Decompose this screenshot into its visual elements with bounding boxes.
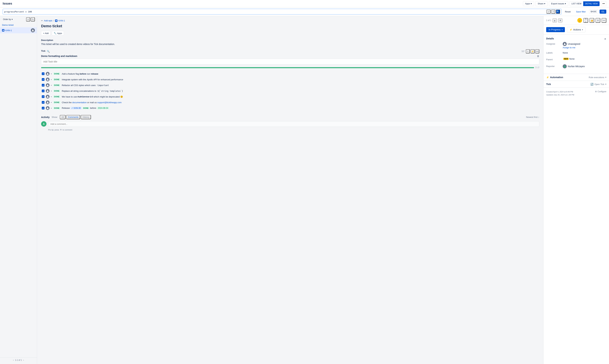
add-button[interactable]: + Add xyxy=(41,31,51,36)
comment-input[interactable] xyxy=(48,121,539,127)
apps-button[interactable]: Apps ▾ xyxy=(523,1,534,6)
activity-header: Activity Show: All Comments History Newe… xyxy=(41,115,539,119)
details-header: Details ▲ xyxy=(546,37,606,40)
more-checklist-btn[interactable]: ••• xyxy=(535,49,539,53)
checklist-chevron-4[interactable]: ▾ xyxy=(51,90,52,92)
checklist-item-4: ▾ DONE Replace all string concatenations… xyxy=(41,88,539,94)
order-by-button[interactable]: Order by ▾ xyxy=(2,17,14,21)
automation-sub: Rule executions xyxy=(589,76,604,79)
checklist-checkbox-3[interactable] xyxy=(42,84,44,87)
tick-search-icon[interactable]: 🔍 xyxy=(47,50,50,53)
done-badge-5: DONE xyxy=(53,95,60,98)
checklist-chevron-3[interactable]: ▾ xyxy=(51,84,52,86)
details-collapse-button[interactable]: ▲ xyxy=(604,37,606,40)
assignee-value-wrap: Unassigned Assign to me xyxy=(563,42,580,49)
checklist-item: ▾ DONE Add a feature flag before our rel… xyxy=(41,71,539,77)
apps-toolbar-button[interactable]: 🔧 Apps xyxy=(52,31,64,36)
search-filter-button[interactable]: 🔍 xyxy=(556,10,560,14)
detail-view-button[interactable]: DETAIL VIEW xyxy=(583,1,600,6)
assignee-label: Assignee xyxy=(546,42,561,45)
share-icon[interactable]: ⬆ xyxy=(596,18,600,23)
more-rp-button[interactable]: ••• xyxy=(602,18,606,23)
parent-value: None xyxy=(569,58,574,60)
checklist-avatar-5 xyxy=(46,95,50,99)
watch-icon[interactable]: 👁 1 xyxy=(583,18,588,23)
configure-button[interactable]: ⚙ Configure xyxy=(595,91,606,93)
more-options-button[interactable]: ••• xyxy=(601,1,606,6)
status-button[interactable]: In Progress ▾ xyxy=(546,27,565,32)
sidebar-item-kan1[interactable]: KAN-1 xyxy=(0,27,37,33)
checklist-checkbox-5[interactable] xyxy=(42,95,44,98)
tick-icon: 🔄 xyxy=(590,83,593,86)
activity-filter: All Comments History xyxy=(60,115,91,119)
delete-checklist-icon[interactable]: 🗑 xyxy=(537,55,539,57)
progress-bar-wrap xyxy=(41,67,534,68)
header-actions: Apps ▾ Share ▾ Export issues ▾ LIST VIEW… xyxy=(523,1,606,6)
list-view-button[interactable]: LIST VIEW xyxy=(569,1,583,6)
sidebar-next-button[interactable]: › xyxy=(23,359,24,361)
reporter-avatar xyxy=(563,64,567,68)
checklist-avatar-4 xyxy=(46,89,50,93)
assign-me-button[interactable]: Assign to me xyxy=(563,46,580,49)
kan1-icon xyxy=(2,29,4,31)
filter-comments-button[interactable]: Comments xyxy=(66,115,80,119)
checklist-checkbox-7[interactable] xyxy=(42,107,44,109)
nav-up-button[interactable]: ▲ xyxy=(553,19,557,22)
add-task-input[interactable] xyxy=(41,59,539,65)
filter-input[interactable] xyxy=(4,11,546,13)
right-panel-nav: 1 of 1 ▲ ▼ xyxy=(546,19,562,22)
sort-ascending-icon[interactable]: ≡ xyxy=(26,17,30,21)
nav-down-button[interactable]: ▼ xyxy=(558,19,562,22)
filter-history-button[interactable]: History xyxy=(81,115,91,119)
reset-button[interactable]: Reset xyxy=(563,10,573,14)
done-badge-3: DONE xyxy=(53,84,60,87)
breadcrumb-ticket[interactable]: KAN-1 xyxy=(58,19,65,22)
checklist-avatar-3 xyxy=(46,83,50,87)
gear-icon: ⚙ xyxy=(595,91,597,93)
sidebar-item-demo-ticket[interactable]: Demo ticket xyxy=(0,23,37,27)
checklist-checkbox-2[interactable] xyxy=(42,78,44,81)
thumbs-up-icon[interactable]: 👍 xyxy=(589,18,594,23)
detail-main: ✏ Add epic / KAN-1 Demo ticket + Add 🔧 A… xyxy=(37,16,543,364)
share-button[interactable]: Share ▾ xyxy=(535,1,547,6)
expand-filter-icon[interactable]: ⤢ xyxy=(546,10,551,14)
checklist-group-header: Demo formatting and markdown 🗑 xyxy=(41,55,539,57)
checklist-chevron-2[interactable]: ▾ xyxy=(51,79,52,80)
tick-rp-header[interactable]: Tick 🔄 Open Tick ▾ xyxy=(546,83,606,86)
sidebar-prev-button[interactable]: ‹ xyxy=(13,359,14,361)
basic-tag[interactable]: BASIC xyxy=(589,10,598,14)
actions-button[interactable]: ⚡ Actions ▾ xyxy=(567,27,585,32)
filter-checklist-btn[interactable]: ⚡ xyxy=(530,49,535,53)
parent-row: Parent NEW None xyxy=(546,58,606,62)
rp-meta: Created April 4, 2024 at 8:49 PM Updated… xyxy=(546,91,574,96)
reporter-value-wrap: Nurlan Mirzayev xyxy=(563,64,585,68)
checklist-chevron-5[interactable]: ▾ xyxy=(51,96,52,98)
breadcrumb-add-epic[interactable]: Add epic xyxy=(44,19,53,22)
assignee-row: Assignee Unassigned Assign to me xyxy=(546,42,606,49)
help-filter-icon[interactable]: ? xyxy=(551,10,555,14)
export-button[interactable]: Export issues ▾ xyxy=(549,1,568,6)
filter-all-button[interactable]: All xyxy=(60,115,66,119)
automation-section: ⚡ Automation Rule executions ▾ xyxy=(543,74,609,81)
pencil-icon: ✏ xyxy=(41,19,43,22)
checklist-checkbox-1[interactable] xyxy=(42,72,44,75)
save-filter-button[interactable]: Save filter xyxy=(574,10,588,14)
checklist-chevron-1[interactable]: ▾ xyxy=(51,73,52,75)
checklist-text-3: Refactor all CSS styles which uses !impo… xyxy=(62,84,539,87)
tick-rp-chevron-icon: ▾ xyxy=(605,83,606,85)
lightning-icon: ⚡ xyxy=(569,28,572,31)
reporter-label: Reporter xyxy=(546,64,561,67)
automation-header[interactable]: ⚡ Automation Rule executions ▾ xyxy=(546,76,606,79)
newest-first-button[interactable]: Newest first ↕ xyxy=(526,116,539,118)
checklist-checkbox-6[interactable] xyxy=(42,101,44,104)
progress-label: 7 / 7 xyxy=(535,66,539,69)
add-checklist-btn[interactable]: + xyxy=(526,49,530,53)
checklist-checkbox-4[interactable] xyxy=(42,90,44,92)
breadcrumb: ✏ Add epic / KAN-1 xyxy=(41,19,539,22)
checklist-chevron-7[interactable]: ▾ xyxy=(51,107,52,109)
jql-tag[interactable]: JQL xyxy=(600,10,606,14)
main-content: Order by ▾ ≡ ↻ Demo ticket KAN-1 xyxy=(0,16,609,364)
tick-header: Tick 🔍 7/7 + ⚡ ••• xyxy=(41,49,539,53)
checklist-chevron-6[interactable]: ▾ xyxy=(51,102,52,103)
refresh-icon[interactable]: ↻ xyxy=(31,17,35,21)
